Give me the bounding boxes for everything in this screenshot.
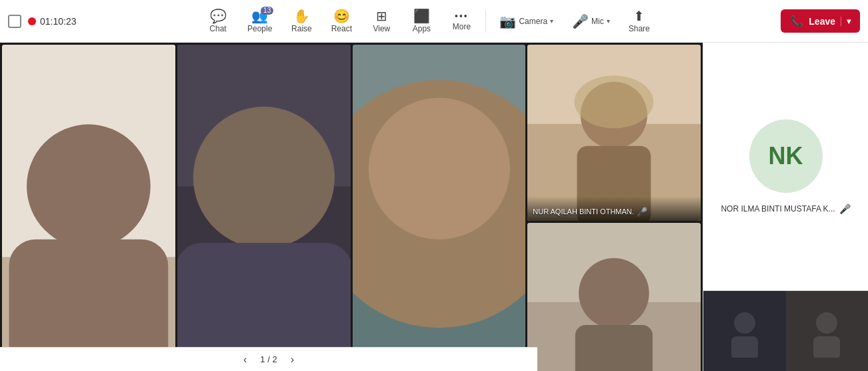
leave-button[interactable]: 📞 Leave ▾ — [781, 9, 860, 33]
pagination-bar: ‹ 1 / 2 › — [0, 347, 537, 371]
avatar-name-row: NOR ILMA BINTI MUSTAFA K... 🎤 — [721, 204, 850, 214]
raise-icon: ✋ — [293, 9, 310, 23]
svg-point-12 — [368, 98, 509, 240]
raise-label: Raise — [291, 24, 312, 33]
leave-chevron-icon: ▾ — [841, 17, 851, 26]
nav-more[interactable]: ••• More — [443, 7, 480, 35]
video-feed-hamdan — [177, 45, 351, 371]
avatar-initials: NK — [769, 142, 803, 170]
svg-rect-40 — [731, 336, 758, 358]
video-grid: jeffery (Unverified) HAMDAN BI — [0, 43, 703, 371]
view-icon: ⊞ — [376, 9, 387, 23]
right-panel: NK NOR ILMA BINTI MUSTAFA K... 🎤 — [703, 43, 868, 371]
nav-chat[interactable]: 💬 Chat — [199, 5, 237, 37]
chat-label: Chat — [209, 24, 226, 33]
chat-icon: 💬 — [210, 9, 227, 23]
svg-point-7 — [193, 107, 335, 248]
main-content: jeffery (Unverified) HAMDAN BI — [0, 43, 868, 371]
camera-icon: 📷 — [499, 15, 516, 28]
video-feed-nadzeri — [353, 45, 526, 371]
thumbnail-inner — [703, 291, 868, 371]
top-bar: 01:10:23 💬 Chat 👥 13 People ✋ Raise 😊 Re… — [0, 0, 868, 43]
nav-react[interactable]: 😊 React — [323, 5, 360, 37]
apps-icon: ⬛ — [413, 9, 430, 23]
video-feed-mahadzir — [527, 223, 701, 371]
people-label: People — [247, 24, 272, 33]
svg-point-39 — [734, 312, 755, 334]
apps-label: Apps — [413, 24, 431, 33]
current-page: 1 — [260, 354, 265, 364]
svg-point-41 — [816, 312, 837, 334]
share-icon: ⬆ — [633, 9, 645, 23]
svg-point-17 — [575, 75, 654, 128]
main-wrapper: jeffery (Unverified) HAMDAN BI — [0, 43, 703, 371]
mic-label: Mic — [591, 17, 604, 26]
video-cell-hamdan[interactable]: HAMDAN BIN DANIYAL. — [177, 45, 351, 371]
nuraqilah-name-actions: NUR AQILAH BINTI OTHMAN. 🎤 — [533, 207, 647, 217]
nav-share[interactable]: ⬆ Share — [621, 5, 658, 37]
share-label: Share — [629, 24, 650, 33]
video-cell-nuraqilah[interactable]: NUR AQILAH BINTI OTHMAN. 🎤 — [527, 45, 701, 221]
svg-point-3 — [27, 124, 151, 248]
react-icon: 😊 — [333, 9, 350, 23]
avatar-mic-icon: 🎤 — [839, 204, 851, 214]
nav-apps[interactable]: ⬛ Apps — [403, 5, 440, 37]
nuraqilah-mic-icon: 🎤 — [637, 207, 647, 217]
separator — [485, 11, 486, 32]
nav-camera[interactable]: 📷 Camera ▾ — [491, 11, 561, 32]
people-icon: 👥 13 — [251, 9, 268, 23]
leave-label: Leave — [809, 16, 835, 27]
record-indicator: 01:10:23 — [28, 16, 77, 27]
react-label: React — [331, 24, 352, 33]
avatar-card: NK NOR ILMA BINTI MUSTAFA K... 🎤 — [703, 43, 868, 291]
nav-mic[interactable]: 🎤 Mic ▾ — [564, 11, 618, 32]
nav-view[interactable]: ⊞ View — [363, 5, 400, 37]
video-feed-jeffery — [2, 45, 175, 371]
thumbnail-card — [703, 291, 868, 371]
camera-label: Camera — [519, 17, 547, 26]
page-indicator: 1 / 2 — [260, 354, 277, 364]
more-icon: ••• — [455, 11, 469, 21]
view-label: View — [373, 24, 390, 33]
record-dot — [28, 17, 36, 25]
svg-point-33 — [579, 258, 649, 329]
camera-chevron-icon: ▾ — [550, 17, 553, 25]
top-bar-center: 💬 Chat 👥 13 People ✋ Raise 😊 React ⊞ Vie… — [77, 5, 781, 37]
nav-people[interactable]: 👥 13 People — [239, 5, 280, 37]
next-page-button[interactable]: › — [285, 351, 299, 368]
video-feed-nuraqilah — [527, 45, 701, 221]
prev-page-button[interactable]: ‹ — [238, 351, 252, 368]
more-label: More — [453, 22, 471, 31]
total-pages: 2 — [272, 354, 277, 364]
nav-raise[interactable]: ✋ Raise — [283, 5, 320, 37]
security-icon — [8, 15, 21, 28]
people-badge: 13 — [261, 7, 273, 15]
nuraqilah-name: NUR AQILAH BINTI OTHMAN. — [533, 208, 634, 216]
avatar-circle: NK — [749, 119, 823, 193]
nuraqilah-name-bar: NUR AQILAH BINTI OTHMAN. 🎤 — [527, 196, 701, 221]
video-cell-mahadzir[interactable]: MAHADZIR BIN ISHAK @ MUH... 🎤 ••• — [527, 223, 701, 371]
video-cell-nadzeri[interactable]: MOHD NADZERI BIN OMAR. 🎤 — [353, 45, 526, 371]
phone-icon: 📞 — [790, 15, 803, 27]
top-bar-right: 📞 Leave ▾ — [781, 9, 860, 33]
avatar-name: NOR ILMA BINTI MUSTAFA K... — [721, 204, 835, 214]
mic-icon: 🎤 — [572, 15, 589, 28]
top-bar-left: 01:10:23 — [8, 15, 77, 28]
svg-rect-34 — [575, 325, 653, 371]
svg-rect-42 — [813, 336, 840, 358]
thumbnail-left — [703, 291, 786, 371]
timer: 01:10:23 — [40, 16, 77, 27]
thumbnail-right — [786, 291, 869, 371]
video-cell-jeffery[interactable]: jeffery (Unverified) — [2, 45, 175, 371]
mic-chevron-icon: ▾ — [607, 17, 610, 25]
video-grid-wrapper: jeffery (Unverified) HAMDAN BI — [0, 43, 703, 371]
